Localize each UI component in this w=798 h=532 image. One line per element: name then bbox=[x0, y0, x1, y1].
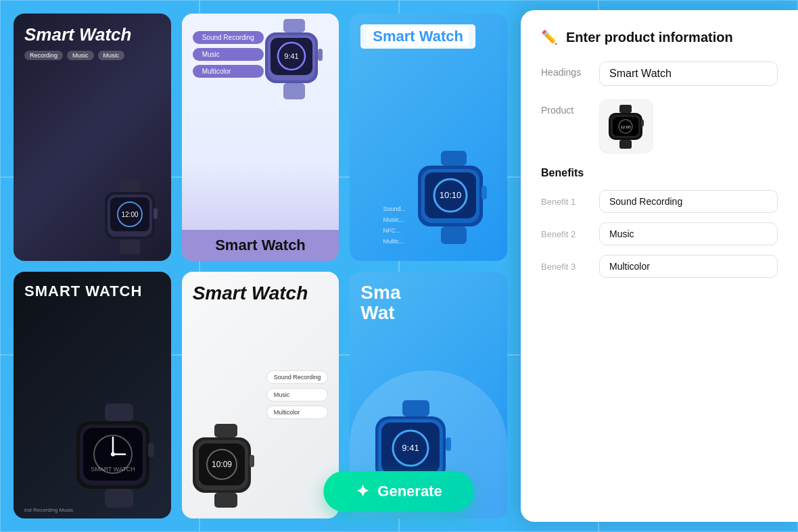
svg-rect-31 bbox=[148, 443, 154, 458]
svg-rect-32 bbox=[105, 489, 133, 508]
headings-label: Headings bbox=[541, 62, 588, 78]
svg-rect-40 bbox=[214, 493, 237, 508]
svg-rect-56 bbox=[619, 140, 632, 149]
svg-text:SMART WATCH: SMART WATCH bbox=[91, 466, 135, 473]
product-info-panel: ✏️ Enter product information Headings Pr… bbox=[521, 10, 798, 522]
card-3-side-text-3: Multic... bbox=[383, 236, 406, 247]
card-3-side-text-0: Sound... bbox=[383, 203, 406, 214]
benefit-3-row: Benefit 3 bbox=[541, 255, 778, 278]
svg-text:9:41: 9:41 bbox=[284, 52, 298, 60]
svg-rect-22 bbox=[482, 186, 487, 199]
svg-text:10:10: 10:10 bbox=[440, 190, 462, 200]
svg-rect-33 bbox=[214, 424, 237, 437]
svg-rect-23 bbox=[441, 226, 467, 244]
card-2-benefit-0: Sound Recording bbox=[193, 31, 264, 44]
card-dark-smartwatch[interactable]: Smart Watch Recording Music Music bbox=[14, 14, 171, 261]
product-label: Product bbox=[541, 99, 588, 116]
card-2-title: Smart Watch bbox=[189, 237, 333, 254]
generate-label: Generate bbox=[377, 483, 442, 500]
benefits-title: Benefits bbox=[541, 167, 778, 179]
benefit-2-input[interactable] bbox=[599, 222, 778, 245]
svg-rect-6 bbox=[154, 208, 158, 219]
benefit-3-input[interactable] bbox=[599, 255, 778, 278]
svg-rect-0 bbox=[120, 180, 140, 192]
card-2-benefit-1: Music bbox=[193, 48, 264, 61]
card-5-benefit-2: Multicolor bbox=[266, 406, 329, 419]
benefit-1-row: Benefit 1 bbox=[541, 190, 778, 213]
svg-rect-14 bbox=[318, 49, 323, 61]
generate-button[interactable]: ✦ Generate bbox=[323, 471, 474, 512]
benefit-2-label: Benefit 2 bbox=[541, 229, 588, 239]
card-2-benefits: Sound Recording Music Multicolor bbox=[193, 31, 264, 78]
card-dark2-smartwatch[interactable]: SMART WATCH ind Recording Music SMART WA… bbox=[14, 272, 171, 519]
edit-icon: ✏️ bbox=[541, 29, 558, 45]
svg-text:10:09: 10:09 bbox=[212, 460, 232, 469]
svg-rect-8 bbox=[283, 19, 305, 32]
benefits-section: Benefits Benefit 1 Benefit 2 Benefit 3 bbox=[541, 167, 778, 278]
svg-rect-24 bbox=[105, 404, 133, 421]
card-2-benefit-2: Multicolor bbox=[193, 65, 264, 78]
card-4-watch-image: SMART WATCH bbox=[70, 404, 171, 518]
card-5-title: Smart Watch bbox=[193, 283, 329, 304]
cards-grid: Smart Watch Recording Music Music bbox=[0, 0, 521, 532]
card-purple-smartwatch[interactable]: Sound Recording Music Multicolor 9:41 bbox=[182, 14, 339, 261]
svg-point-29 bbox=[111, 452, 115, 456]
svg-text:12:00: 12:00 bbox=[122, 211, 139, 218]
product-row: Product 12:00 bbox=[541, 99, 778, 153]
card-2-footer: Smart Watch bbox=[182, 230, 339, 261]
svg-text:9:41: 9:41 bbox=[402, 443, 419, 453]
card-3-watch-image: 10:10 bbox=[413, 153, 500, 254]
card-1-tag-1: Music bbox=[67, 51, 94, 60]
svg-rect-16 bbox=[441, 151, 467, 166]
svg-rect-39 bbox=[250, 455, 254, 467]
benefit-2-row: Benefit 2 bbox=[541, 222, 778, 245]
svg-rect-49 bbox=[619, 105, 632, 113]
card-1-watch-image: 12:00 bbox=[97, 180, 164, 254]
card-5-watch-image: 10:09 bbox=[189, 424, 270, 518]
panel-header: ✏️ Enter product information bbox=[541, 29, 778, 45]
card-1-tag-2: Music bbox=[98, 51, 125, 60]
benefit-1-label: Benefit 1 bbox=[541, 197, 588, 207]
panel-title: Enter product information bbox=[566, 30, 733, 45]
card-3-title: Smart Watch bbox=[367, 26, 469, 47]
card-1-tags: Recording Music Music bbox=[24, 51, 160, 60]
card-light-smartwatch[interactable]: Smart Watch Sound Recording Music Multic… bbox=[182, 272, 339, 519]
card-5-benefit-0: Sound Recording bbox=[266, 370, 329, 384]
card-1-tag-0: Recording bbox=[24, 51, 63, 60]
card-5-benefit-1: Music bbox=[266, 388, 329, 402]
svg-rect-41 bbox=[402, 400, 429, 416]
svg-rect-7 bbox=[120, 239, 140, 254]
card-5-benefits: Sound Recording Music Multicolor bbox=[266, 370, 329, 419]
svg-rect-55 bbox=[641, 120, 644, 126]
card-4-bottom-row: ind Recording Music bbox=[24, 507, 73, 513]
product-thumbnail[interactable]: 12:00 bbox=[599, 99, 653, 153]
headings-input[interactable] bbox=[599, 62, 778, 86]
card-4-subtitle: ind Recording Music bbox=[24, 507, 73, 513]
svg-rect-47 bbox=[446, 437, 451, 451]
svg-rect-15 bbox=[283, 83, 305, 99]
card-1-title: Smart Watch bbox=[24, 24, 160, 45]
card-4-title: SMART WATCH bbox=[24, 283, 160, 300]
card-3-side-text: Sound... Music... NFC... Multic... bbox=[383, 203, 406, 247]
main-layout: Smart Watch Recording Music Music bbox=[0, 0, 798, 532]
benefit-3-label: Benefit 3 bbox=[541, 262, 588, 272]
card-6-title: SmaWat bbox=[360, 283, 496, 324]
headings-row: Headings bbox=[541, 62, 778, 86]
card-3-side-text-1: Music... bbox=[383, 214, 406, 225]
benefit-1-input[interactable] bbox=[599, 190, 778, 213]
card-2-watch-image: 9:41 bbox=[258, 20, 332, 108]
card-blue-smartwatch[interactable]: Smart Watch Sound... Music... NFC... Mul… bbox=[350, 14, 507, 261]
card-3-side-text-2: NFC... bbox=[383, 225, 406, 236]
generate-icon: ✦ bbox=[356, 482, 369, 501]
svg-text:12:00: 12:00 bbox=[620, 125, 631, 129]
